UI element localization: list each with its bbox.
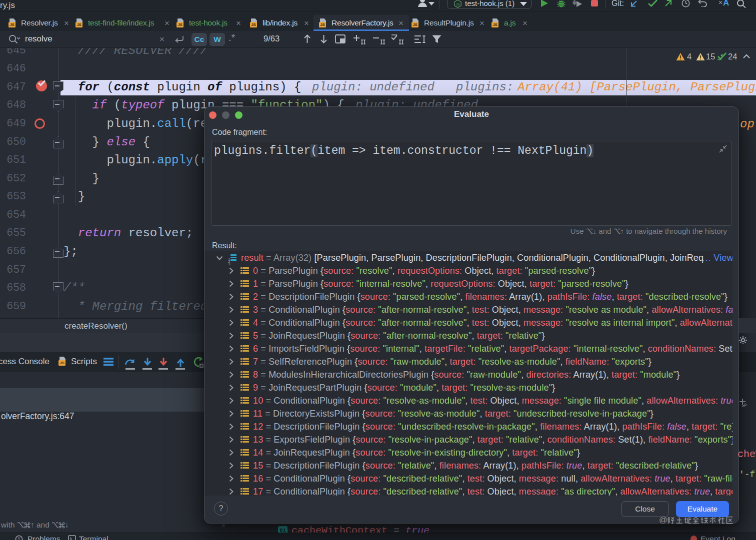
svg-text:JS: JS xyxy=(456,2,460,6)
